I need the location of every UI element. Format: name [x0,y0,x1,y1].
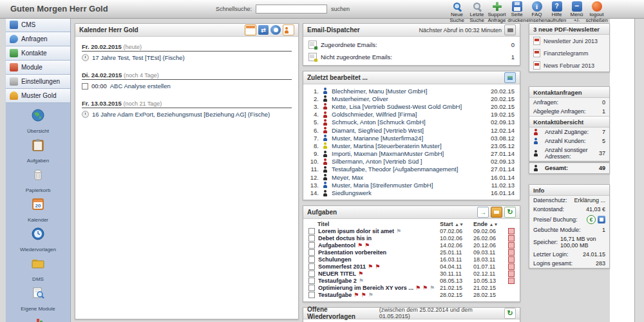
kontaktuebersicht-row[interactable]: Anzahl sonstiger Adressen: 37 [529,146,609,161]
newsletter-item[interactable]: Finanztelegramm [529,47,609,59]
task-title[interactable]: NEUER TITEL [318,270,356,277]
recent-contact-row[interactable]: 10. Silbermann, Anton [Vertrieb Süd ] 02… [303,158,520,166]
quick-search-label: Schnellsuche: [216,6,252,12]
recent-contact-row[interactable]: 6. Diamant, Siegfried [Vertrieb West] 12… [303,126,520,134]
sidebar-menu-label: Kontakte [21,50,46,57]
recent-contact-row[interactable]: 11. Testaufgabe, Theodor [Aufgabenmanage… [303,166,520,173]
task-checkbox[interactable] [308,285,315,291]
tasks-column-headers: Titel Start ▲▼ Ende ▲▼ [303,219,520,228]
header-action-button[interactable]: Menü +/- [567,1,587,23]
sidebar-item-eigene-module[interactable]: Eigene Module [6,286,70,313]
task-title[interactable]: Testaufgabe [318,292,352,298]
email-dispatcher-row[interactable]: Zugeordnete Emails: 0 [303,39,520,51]
contact-card-icon[interactable] [504,72,516,83]
task-checkbox[interactable] [308,278,315,284]
header-action-button[interactable]: logout schließen [587,1,607,23]
sidebar-item-papierkorb[interactable]: Papierkorb [6,167,70,194]
header-action-button[interactable]: Letzte Suche [467,1,487,23]
task-checkbox[interactable] [308,263,315,270]
sidebar-menu-item[interactable]: CMS [6,18,70,32]
dispatcher-settings-icon[interactable] [504,24,516,35]
search-submit[interactable]: suchen [331,6,350,12]
task-checkbox[interactable] [308,242,315,249]
total-label: Gesamt: [545,165,568,171]
header-action-button[interactable]: Seite drucken [507,1,527,23]
header-action-button[interactable]: FAQ einsehen [527,1,547,23]
newsletter-title-text: Finanztelegramm [544,50,589,57]
recent-contact-row[interactable]: 2. Musterheimer, Oliver 20.02.15 [303,95,520,102]
sidebar-item-dms[interactable]: DMS [6,256,70,283]
header-action-label: drucken [507,18,526,24]
sidebar-menu-item[interactable]: Module [6,61,70,75]
task-title[interactable]: Schulungen [318,256,352,263]
sort-end-desc-icon[interactable]: ▼ [493,222,498,227]
sidebar-item-uebersicht[interactable]: Übersicht [6,108,70,135]
recent-contact-row[interactable]: 12. Meyer, Max 16.01.14 [303,173,520,181]
calendar-entry[interactable]: 00:00 ABC Analyse erstellen [82,82,292,90]
recent-contact-row[interactable]: 8. Muster, Martina [Steuerberaterin Must… [303,142,520,149]
euro-prices-icon[interactable]: € [587,215,596,224]
sidebar-menu-item[interactable]: Muster Gold [6,89,70,103]
booking-icon[interactable] [598,216,605,223]
recent-contact-row[interactable]: 9. Importi, Maxman [MaxmanMuster GmbH] 2… [303,150,520,158]
task-checkbox[interactable] [308,228,315,234]
header-action-button[interactable]: Neue Suche [447,1,467,23]
recent-contact-row[interactable]: 4. Goldschmieder, Wilfried [Firma] 19.02… [303,111,520,118]
newsletter-item[interactable]: News Februar 2013 [529,59,609,71]
task-checkbox[interactable] [308,256,315,263]
quick-search-input[interactable] [256,5,327,14]
task-export-icon[interactable]: → [477,207,489,218]
sidebar-item-statistiken[interactable]: Statistiken [6,316,70,322]
calendar-sync-icon[interactable]: ⇄ [258,25,269,35]
recent-contact-row[interactable]: 5. Schmuck, Anton [Schmuck GmbH] 02.09.1… [303,118,520,126]
kontaktuebersicht-row[interactable]: Anzahl Kunden: 5 [529,137,609,146]
task-title[interactable]: Testaufgabe 2 [318,278,357,284]
recent-contact-row[interactable]: 13. Muster, Maria [Streifenmuster GmbH] … [303,181,520,189]
task-title[interactable]: Lorem ipsum dolor sit amet [318,228,394,234]
sidebar-item-aufgaben[interactable]: Aufgaben [6,138,70,165]
recent-contact-row[interactable]: 1. Blechheimer, Manu [Muster GmbH] 20.02… [303,87,520,95]
recent-contact-row[interactable]: 14. Siedlungswerk 16.01.14 [303,189,520,196]
calendar-entry[interactable]: 17 Jahre Test, Test [TEst] (Fische) [82,54,292,61]
calendar-clock-icon[interactable] [270,25,281,35]
sort-start-desc-icon[interactable]: ▼ [459,222,464,227]
newsletter-item[interactable]: Newsletter Juni 2013 [529,35,609,47]
wiedervorlagen-refresh-icon[interactable]: ↻ [504,308,516,319]
sidebar-menu-icon [10,35,18,43]
info-value: 283 [596,260,605,267]
sort-start-asc-icon[interactable]: ▲ [455,222,459,227]
task-title[interactable]: Aufgabentool [318,242,355,249]
task-checkbox[interactable] [308,235,315,242]
calendar-view-icon[interactable] [245,24,256,35]
sidebar-item-wiedervorlagen[interactable]: Wiedervorlagen [6,227,70,254]
sidebar-menu-item[interactable]: Kontakte [6,46,70,61]
calendar-person-icon[interactable] [283,24,294,35]
task-title[interactable]: Sommerfest 2011 [318,263,366,270]
header-action-button[interactable]: Support Anfrage [487,1,507,23]
task-checkbox[interactable] [308,249,315,256]
kontaktanfragen-row[interactable]: Abgelegte Anfragen: 1 [529,107,609,116]
task-title[interactable]: Debet doctus his in [318,235,372,242]
header-action-label: schließen [585,18,607,24]
row-number: 6. [308,127,319,134]
sidebar-menu-item[interactable]: Einstellungen [6,75,70,89]
sidebar-menu-item[interactable]: Anfragen [6,32,70,46]
task-title[interactable]: Optimierung im Bereich XY vors ... [318,285,413,291]
kontaktanfragen-row[interactable]: Anfragen: 0 [529,98,609,107]
kontaktuebersicht-row[interactable]: Anzahl Zugänge: 7 [529,128,609,137]
sidebar-menu-icon [10,63,18,71]
recent-contact-row[interactable]: 7. Muster, Marianne [Musterfirma24] 03.0… [303,134,520,142]
task-checkbox[interactable] [308,292,315,298]
email-dispatcher-row[interactable]: Nicht zugeordnete Emails: 1 [303,51,520,63]
task-title[interactable]: Präsentation vorbereiten [318,249,386,256]
contact-name: Meyer, Max [332,174,491,181]
contact-date: 02.09.13 [491,118,515,126]
sidebar-item-kalender[interactable]: 20 Kalender [6,197,70,224]
calendar-entry[interactable]: 16 Jahre Adam ExPort, Beziehungsmust [Be… [82,111,292,118]
task-checkbox[interactable] [308,270,315,277]
header-action-button[interactable]: Hilfe aufrufen [547,1,567,23]
sidebar-menu-label: Einstellungen [21,78,60,85]
task-refresh-icon[interactable]: ↻ [504,207,516,218]
recent-contact-row[interactable]: 3. Kette, Lisa [Vertrieb Südwest-West Go… [303,102,520,110]
task-archive-icon[interactable] [491,207,502,218]
